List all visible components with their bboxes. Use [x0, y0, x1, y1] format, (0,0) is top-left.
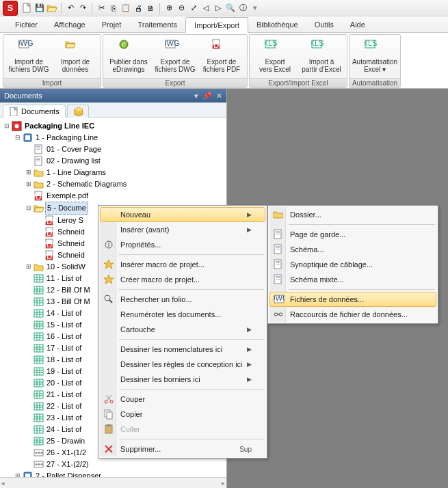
tree-node[interactable]: ⊞2 - Schematic Diagrams [3, 178, 225, 190]
context-submenu: Dossier...Page de garde...Schéma...Synop… [267, 205, 438, 324]
ribbon-button[interactable]: Publier danseDrawings [106, 36, 151, 75]
menu-item[interactable]: Renuméroter les documents... [100, 307, 265, 322]
menu-item[interactable]: Supprimer...Sup [100, 441, 265, 457]
menu-item[interactable]: Page de garde... [269, 227, 436, 242]
tree-expander-icon[interactable]: ⊟ [25, 202, 33, 214]
tree-expander-icon[interactable]: ⊞ [25, 167, 33, 178]
edraw-icon [118, 38, 140, 57]
grid-icon [33, 343, 44, 354]
menu-item[interactable]: Schéma... [269, 242, 436, 257]
tree-node[interactable]: ⊞2 - Pallet Dispenser [3, 470, 225, 477]
menu-item[interactable]: Synoptique de câblage... [269, 257, 436, 272]
tree-node[interactable]: ⊟1 - Packaging Line [3, 132, 225, 144]
menu-fichier[interactable]: Fichier [7, 16, 46, 32]
print-icon[interactable]: 🖨 [133, 3, 144, 14]
menu-item[interactable]: Nouveau▶ [100, 207, 265, 222]
qa-dropdown-icon[interactable]: ▾ [250, 3, 261, 14]
open-icon[interactable] [47, 3, 57, 14]
menu-item[interactable]: Couper [100, 392, 265, 407]
zoom-in-icon[interactable]: ⊕ [163, 3, 174, 14]
app-logo[interactable]: S [3, 1, 18, 16]
menu-separator [119, 254, 264, 255]
horizontal-scrollbar[interactable]: ◂▸ [0, 477, 226, 488]
ribbon-button[interactable]: Export defichiers PDF [199, 36, 244, 75]
nav-fwd-icon[interactable]: ▷ [213, 3, 224, 14]
tree-expander-icon[interactable]: ⊟ [14, 132, 22, 144]
tree-node[interactable]: ⊟Packaging Line IEC [3, 120, 225, 132]
menu-item[interactable]: Raccourcis de fichier de données... [269, 307, 436, 322]
ribbon-button[interactable]: Import defichiers DWG [6, 36, 51, 75]
menu-item[interactable]: Insérer macro de projet... [100, 257, 265, 272]
menu-separator [119, 339, 264, 340]
ribbon-button-label: Exportvers Excel [259, 58, 291, 73]
find-icon[interactable]: 🔍 [225, 3, 236, 14]
menu-aide[interactable]: Aide [342, 16, 373, 32]
panel-dropdown-icon[interactable]: ▾ [194, 92, 198, 100]
ribbon-button[interactable]: Export defichiers DWG [153, 36, 198, 75]
menubar: FichierAffichageProjetTraitementsImport/… [0, 16, 448, 33]
help-icon[interactable]: ⓘ [237, 3, 248, 14]
save-icon[interactable]: 💾 [34, 3, 45, 14]
undo-icon[interactable]: ↶ [65, 3, 76, 14]
tree-node-label: 1 - Packaging Line [34, 132, 99, 144]
menu-item[interactable]: Dossier... [269, 207, 436, 222]
panel-close-icon[interactable]: ✕ [216, 92, 222, 100]
menu-item[interactable]: Schéma mixte... [269, 272, 436, 287]
tree-node[interactable]: 02 - Drawing list [3, 155, 225, 167]
ribbon-button[interactable]: Import dedonnées [53, 36, 98, 75]
ribbon-button[interactable]: Import àpartir d'Excel [299, 36, 344, 75]
tab-label: Documents [21, 107, 60, 115]
ribbon-group-title: Import [3, 78, 101, 87]
menu-item[interactable]: Créer macro de projet... [100, 272, 265, 287]
ribbon-group: Import defichiers DWGImport dedonnéesImp… [3, 34, 101, 88]
zoom-fit-icon[interactable]: ⤢ [188, 3, 199, 14]
tree-expander-icon[interactable]: ⊞ [14, 470, 22, 477]
menu-item[interactable]: Copier [100, 407, 265, 422]
ribbon-button[interactable]: Exportvers Excel [252, 36, 298, 75]
tree-expander-icon[interactable]: ⊟ [3, 120, 11, 132]
cut-icon[interactable]: ✂ [96, 3, 107, 14]
tab-documents[interactable]: Documents [3, 105, 66, 118]
preview-icon[interactable]: 🗎 [145, 3, 156, 14]
cube-icon [73, 107, 83, 116]
dwg-out-icon [164, 38, 186, 57]
tree-node[interactable]: ⊞1 - Line Diagrams [3, 167, 225, 178]
tree-expander-icon[interactable]: ⊞ [25, 178, 33, 190]
menu-item[interactable]: Dessiner les règles de conception ici▶ [100, 357, 265, 372]
new-icon[interactable] [22, 3, 33, 14]
menu-item[interactable]: Insérer (avant)▶ [100, 222, 265, 237]
menu-item[interactable]: Rechercher un folio... [100, 292, 265, 307]
menu-item[interactable]: Dessiner les borniers ici▶ [100, 372, 265, 387]
sheet-icon [272, 228, 285, 241]
menu-item[interactable]: Cartouche▶ [100, 322, 265, 337]
ribbon-button[interactable]: AutomatisationExcel ▾ [352, 36, 397, 75]
tree-node[interactable]: Exemple.pdf [3, 190, 225, 202]
menu-item-label: Insérer macro de projet... [120, 260, 205, 269]
paste-icon[interactable]: 📋 [120, 3, 131, 14]
menu-bibliothèque[interactable]: Bibliothèque [248, 16, 306, 32]
menu-affichage[interactable]: Affichage [46, 16, 94, 32]
book-icon [22, 471, 33, 478]
pdf-icon [44, 239, 55, 249]
menu-item-label: Page de garde... [290, 230, 345, 239]
menu-item[interactable]: Fichiers de données... [269, 292, 436, 307]
tree-expander-icon[interactable]: ⊞ [25, 261, 33, 273]
menu-import/export[interactable]: Import/Export [185, 17, 248, 33]
panel-pin-icon[interactable]: 📌 [202, 92, 212, 100]
grid-icon [33, 331, 44, 342]
nav-back-icon[interactable]: ◁ [200, 3, 211, 14]
tree-node[interactable]: 27 - X1-(2/2) [3, 459, 225, 470]
menu-item[interactable]: Propriétés... [100, 237, 265, 252]
copy-icon[interactable]: ⎘ [108, 3, 119, 14]
folder-icon [33, 179, 44, 190]
menu-projet[interactable]: Projet [94, 16, 130, 32]
redo-icon[interactable]: ↷ [77, 3, 88, 14]
menu-item[interactable]: Dessiner les nomenclatures ici▶ [100, 342, 265, 357]
menu-outils[interactable]: Outils [306, 16, 342, 32]
tree-node[interactable]: 01 - Cover Page [3, 144, 225, 155]
search-icon [103, 293, 115, 305]
menu-traitements[interactable]: Traitements [129, 16, 185, 32]
term-icon [33, 448, 44, 459]
tab-components[interactable] [67, 105, 89, 118]
zoom-out-icon[interactable]: ⊖ [176, 3, 187, 14]
